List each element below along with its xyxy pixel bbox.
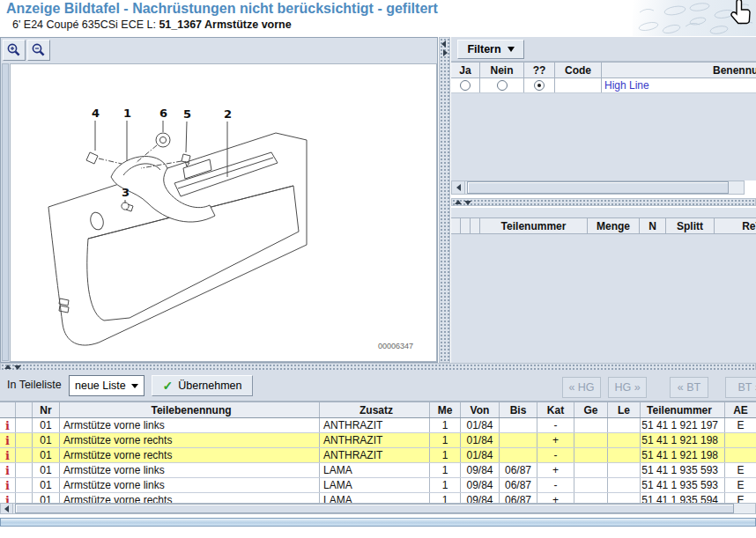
- image-vertical-scrollbar[interactable]: [2, 63, 9, 361]
- info-icon[interactable]: i: [0, 418, 16, 432]
- bis-cell: 06/87: [500, 478, 537, 492]
- table-row[interactable]: i 01 Armstütze vorne links ANTHRAZIT 1 0…: [0, 418, 756, 433]
- select-cell[interactable]: [16, 463, 33, 477]
- teilenummer-cell: 51 41 1 935 593: [641, 463, 725, 477]
- hand-cursor-icon: [731, 0, 750, 24]
- parts-diagram-canvas[interactable]: 4 1 6 5 2 3 00006347: [10, 63, 437, 362]
- ge-cell: [574, 493, 608, 503]
- bis-cell: [500, 433, 537, 447]
- info-icon[interactable]: i: [0, 478, 16, 492]
- filter-toolbar: Filtern: [451, 37, 756, 62]
- detail-table-empty-area: [451, 234, 756, 363]
- teilenummer-cell: 51 41 1 921 198: [641, 433, 725, 447]
- table-row[interactable]: i 01 Armstütze vorne links LAMA 1 09/84 …: [0, 463, 756, 478]
- detail-col-retr: ReTr: [715, 218, 756, 233]
- nr-cell: 01: [33, 433, 60, 447]
- prev-bt-button[interactable]: « BT: [670, 377, 708, 398]
- le-cell: [608, 433, 641, 447]
- image-toolbar: [1, 38, 437, 63]
- bis-cell: 06/87: [500, 463, 537, 477]
- vertical-splitter[interactable]: [439, 37, 450, 363]
- table-row[interactable]: i 01 Armstütze vorne links LAMA 1 09/84 …: [0, 478, 756, 493]
- parts-col-ae: AE: [725, 402, 756, 417]
- ge-cell: [574, 433, 608, 447]
- callout-3[interactable]: 3: [122, 186, 130, 199]
- list-select-value: neue Liste: [75, 380, 126, 392]
- bis-cell: 06/87: [500, 493, 537, 503]
- prev-hg-button[interactable]: « HG: [562, 377, 601, 398]
- le-cell: [608, 448, 641, 462]
- radio-unknown[interactable]: [534, 80, 545, 91]
- uebernehmen-button[interactable]: ✓ Übernehmen: [152, 375, 253, 396]
- select-cell[interactable]: [16, 418, 33, 432]
- callout-1[interactable]: 1: [123, 107, 131, 120]
- le-cell: [608, 493, 641, 503]
- parts-col-nr: Nr: [33, 402, 60, 417]
- panel-context-label: 51_1367 Armstütze vorne: [159, 18, 291, 31]
- filtern-button-label: Filtern: [467, 43, 500, 55]
- next-hg-button[interactable]: HG »: [608, 377, 647, 398]
- callout-5[interactable]: 5: [183, 107, 191, 121]
- ge-cell: [574, 448, 608, 462]
- image-panel: 4 1 6 5 2 3 00006347: [0, 37, 438, 363]
- info-icon[interactable]: i: [0, 463, 16, 477]
- next-bt-button[interactable]: BT »: [725, 377, 756, 398]
- select-cell[interactable]: [16, 478, 33, 492]
- scroll-left-arrow-icon[interactable]: [452, 181, 465, 194]
- zoom-in-button[interactable]: [3, 40, 26, 61]
- detail-col-menge: Menge: [588, 218, 640, 233]
- chevron-down-icon: [131, 384, 138, 388]
- parts-scrollbar-thumb[interactable]: [15, 504, 734, 513]
- filter-row-highline[interactable]: High Line: [451, 78, 756, 93]
- splitter-collapse-up-icon[interactable]: [4, 365, 11, 369]
- parts-horizontal-scrollbar[interactable]: [0, 503, 756, 514]
- callout-4[interactable]: 4: [92, 107, 100, 120]
- radio-nein[interactable]: [497, 80, 508, 91]
- scroll-left-arrow-icon[interactable]: [1, 504, 13, 513]
- select-cell[interactable]: [16, 433, 33, 447]
- von-cell: 09/84: [461, 478, 500, 492]
- table-row[interactable]: i 01 Armstütze vorne rechts ANTHRAZIT 1 …: [0, 448, 756, 463]
- info-icon[interactable]: i: [0, 433, 16, 447]
- splitter-collapse-right-icon[interactable]: [443, 49, 448, 56]
- callout-2[interactable]: 2: [224, 107, 232, 121]
- zoom-in-icon: [6, 42, 22, 58]
- splitter-collapse-left-icon[interactable]: [441, 41, 446, 48]
- prev-bt-label: « BT: [678, 381, 700, 394]
- application-window: Anzeige Bildtafel - Nachrüstungen nicht …: [0, 0, 756, 538]
- filter-table-empty-area: [451, 93, 756, 181]
- zusatz-cell: ANTHRAZIT: [320, 418, 430, 432]
- me-cell: 1: [430, 463, 461, 477]
- zoom-out-button[interactable]: [27, 40, 50, 61]
- filter-horizontal-scrollbar[interactable]: [451, 181, 745, 195]
- von-cell: 09/84: [461, 463, 500, 477]
- parts-col-teilebenennung: Teilebenennung: [60, 402, 320, 417]
- filter-scrollbar-thumb[interactable]: [467, 181, 729, 194]
- filtern-dropdown-button[interactable]: Filtern: [457, 40, 524, 59]
- vehicle-context-prefix: 6' E24 Coupé 635CSi ECE L:: [12, 18, 156, 31]
- parts-col-info: [0, 402, 16, 417]
- radio-ja[interactable]: [460, 80, 471, 91]
- drawing-number: 00006347: [378, 342, 413, 350]
- table-row[interactable]: i 01 Armstütze vorne rechts ANTHRAZIT 1 …: [0, 433, 756, 448]
- next-hg-label: HG »: [614, 381, 640, 394]
- callout-6[interactable]: 6: [159, 107, 167, 120]
- kat-cell: -: [537, 418, 574, 432]
- select-cell[interactable]: [16, 493, 33, 503]
- ae-cell: E: [725, 478, 756, 492]
- filter-col-benennung: Benennung: [602, 63, 756, 77]
- von-cell: 01/84: [461, 433, 500, 447]
- filter-benennung-cell[interactable]: High Line: [602, 78, 756, 92]
- car-sketches-background: [633, 0, 756, 36]
- parts-table-body: i 01 Armstütze vorne links ANTHRAZIT 1 0…: [0, 418, 756, 503]
- info-icon[interactable]: i: [0, 448, 16, 462]
- splitter-collapse-down-icon[interactable]: [464, 201, 471, 205]
- list-select-dropdown[interactable]: neue Liste: [69, 375, 145, 396]
- select-cell[interactable]: [16, 448, 33, 462]
- header-decoration: [633, 0, 756, 36]
- right-horizontal-splitter[interactable]: [451, 198, 756, 206]
- page-title: Anzeige Bildtafel - Nachrüstungen nicht …: [6, 1, 438, 17]
- info-icon[interactable]: i: [0, 493, 16, 503]
- table-row[interactable]: i 01 Armstütze vorne rechts LAMA 1 09/84…: [0, 493, 756, 503]
- splitter-collapse-up-icon[interactable]: [455, 200, 462, 204]
